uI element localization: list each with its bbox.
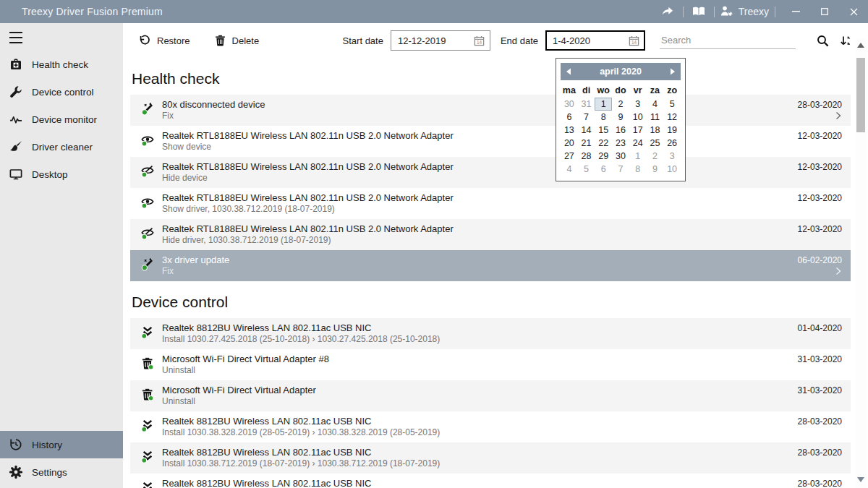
calendar-day[interactable]: 6 xyxy=(595,163,612,176)
calendar-day[interactable]: 28 xyxy=(578,150,595,163)
delete-button[interactable]: Delete xyxy=(215,35,260,46)
calendar-next-icon[interactable] xyxy=(670,68,676,75)
row-date: 12-03-2020 xyxy=(798,224,842,234)
maximize-button[interactable] xyxy=(810,0,839,23)
calendar-day[interactable]: 2 xyxy=(612,98,629,111)
calendar-day[interactable]: 11 xyxy=(647,111,664,124)
scrollbar-thumb[interactable] xyxy=(856,58,865,132)
calendar-day[interactable]: 30 xyxy=(612,150,629,163)
fix-icon xyxy=(141,103,154,116)
row-subtitle: Show driver, 1030.38.712.2019 (18-07-201… xyxy=(162,204,771,215)
calendar-day[interactable]: 20 xyxy=(561,137,578,150)
hide-device-icon xyxy=(141,165,154,178)
calendar-month-label[interactable]: april 2020 xyxy=(571,67,670,77)
trash-icon xyxy=(215,35,226,46)
calendar-icon[interactable]: 14 xyxy=(474,35,485,46)
list-item[interactable]: Realtek RTL8188EU Wireless LAN 802.11n U… xyxy=(130,219,851,250)
end-date-input[interactable]: 14 xyxy=(545,30,645,51)
calendar-day[interactable]: 15 xyxy=(595,124,612,137)
calendar-day[interactable]: 30 xyxy=(561,98,578,111)
sidebar-item-driver-cleaner[interactable]: Driver cleaner xyxy=(0,133,123,160)
search-field[interactable] xyxy=(660,32,796,49)
list-item[interactable]: Realtek 8812BU Wireless LAN 802.11ac USB… xyxy=(130,318,851,349)
scrollbar[interactable] xyxy=(856,38,867,488)
list-item[interactable]: Microsoft Wi-Fi Direct Virtual Adapter #… xyxy=(130,349,851,380)
calendar-day[interactable]: 7 xyxy=(612,163,629,176)
list-item[interactable]: 80x disconnected deviceFix28-03-2020 xyxy=(130,95,851,126)
list-item[interactable]: 3x driver updateFix06-02-2020 xyxy=(130,250,851,281)
search-icon[interactable] xyxy=(813,31,832,50)
calendar-day[interactable]: 21 xyxy=(578,137,595,150)
calendar-day[interactable]: 5 xyxy=(578,163,595,176)
list-item[interactable]: Realtek RTL8188EU Wireless LAN 802.11n U… xyxy=(130,126,851,157)
list-item[interactable]: Realtek 8812BU Wireless LAN 802.11ac USB… xyxy=(130,442,851,474)
calendar-day[interactable]: 23 xyxy=(612,137,629,150)
calendar-day[interactable]: 10 xyxy=(629,111,647,124)
close-button[interactable] xyxy=(839,0,868,23)
restore-button[interactable]: Restore xyxy=(139,35,190,46)
calendar-prev-icon[interactable] xyxy=(566,68,571,75)
list-item[interactable]: Realtek RTL8188EU Wireless LAN 802.11n U… xyxy=(130,188,851,219)
calendar-day[interactable]: 9 xyxy=(647,163,664,176)
row-date: 31-03-2020 xyxy=(798,385,842,395)
calendar-day[interactable]: 3 xyxy=(629,98,647,111)
start-date-value[interactable] xyxy=(396,35,474,47)
book-icon[interactable] xyxy=(689,0,708,23)
divider xyxy=(714,7,715,17)
sidebar-item-health-check[interactable]: Health check xyxy=(0,51,123,78)
sidebar-item-device-monitor[interactable]: Device monitor xyxy=(0,106,123,133)
list-item[interactable]: Microsoft Wi-Fi Direct Virtual AdapterUn… xyxy=(130,380,851,411)
calendar-day[interactable]: 14 xyxy=(578,124,595,137)
search-input[interactable] xyxy=(660,32,796,48)
sort-icon[interactable] xyxy=(836,31,855,50)
calendar-day[interactable]: 25 xyxy=(647,137,664,150)
sidebar-item-desktop[interactable]: Desktop xyxy=(0,160,123,188)
calendar-day[interactable]: 8 xyxy=(595,111,612,124)
calendar-day[interactable]: 27 xyxy=(561,150,578,163)
menu-icon[interactable] xyxy=(9,32,22,43)
account-button[interactable]: Treexy xyxy=(720,6,769,17)
calendar-icon[interactable]: 14 xyxy=(629,35,639,46)
end-date-value[interactable] xyxy=(551,35,629,47)
list-item[interactable]: Realtek RTL8188EU Wireless LAN 802.11n U… xyxy=(130,157,851,188)
list-item[interactable]: Realtek 8812BU Wireless LAN 802.11ac USB… xyxy=(130,411,851,442)
start-date-input[interactable]: 14 xyxy=(391,30,490,51)
calendar-day[interactable]: 18 xyxy=(647,124,664,137)
sidebar-item-history[interactable]: History xyxy=(0,431,123,458)
calendar-day-selected[interactable]: 1 xyxy=(595,98,612,111)
calendar-day[interactable]: 19 xyxy=(663,124,681,137)
calendar-day[interactable]: 31 xyxy=(578,98,595,111)
calendar-day[interactable]: 4 xyxy=(647,98,664,111)
calendar-day[interactable]: 3 xyxy=(663,150,681,163)
row-subtitle: Install 1030.38.712.2019 (18-07-2019) › … xyxy=(162,458,771,469)
calendar-day[interactable]: 12 xyxy=(663,111,681,124)
calendar-day[interactable]: 26 xyxy=(663,137,681,150)
calendar-day[interactable]: 29 xyxy=(595,150,612,163)
scroll-down-icon[interactable] xyxy=(857,477,864,482)
share-icon[interactable] xyxy=(658,0,677,23)
calendar-day[interactable]: 24 xyxy=(629,137,647,150)
sidebar-item-device-control[interactable]: Device control xyxy=(0,78,123,106)
brush-icon xyxy=(9,140,22,153)
calendar-day[interactable]: 7 xyxy=(578,111,595,124)
scroll-up-icon[interactable] xyxy=(857,43,864,48)
sidebar-item-settings[interactable]: Settings xyxy=(0,458,123,486)
minimize-button[interactable] xyxy=(781,0,810,23)
calendar-day[interactable]: 16 xyxy=(612,124,629,137)
calendar-day[interactable]: 2 xyxy=(647,150,664,163)
calendar-day[interactable]: 5 xyxy=(663,98,681,111)
chevron-right-icon[interactable] xyxy=(835,111,841,120)
sidebar-item-label: Desktop xyxy=(32,169,68,180)
calendar-day[interactable]: 8 xyxy=(629,163,647,176)
calendar-day[interactable]: 10 xyxy=(663,163,681,176)
calendar-day[interactable]: 4 xyxy=(561,163,578,176)
calendar-day[interactable]: 17 xyxy=(629,124,647,137)
calendar-day[interactable]: 9 xyxy=(612,111,629,124)
undo-icon xyxy=(139,35,150,46)
calendar-day[interactable]: 13 xyxy=(561,124,578,137)
list-item[interactable]: Realtek 8812BU Wireless LAN 802.11ac USB… xyxy=(130,474,851,488)
calendar-day[interactable]: 1 xyxy=(629,150,647,163)
calendar-day[interactable]: 6 xyxy=(561,111,578,124)
calendar-day[interactable]: 22 xyxy=(595,137,612,150)
chevron-right-icon[interactable] xyxy=(835,267,841,275)
